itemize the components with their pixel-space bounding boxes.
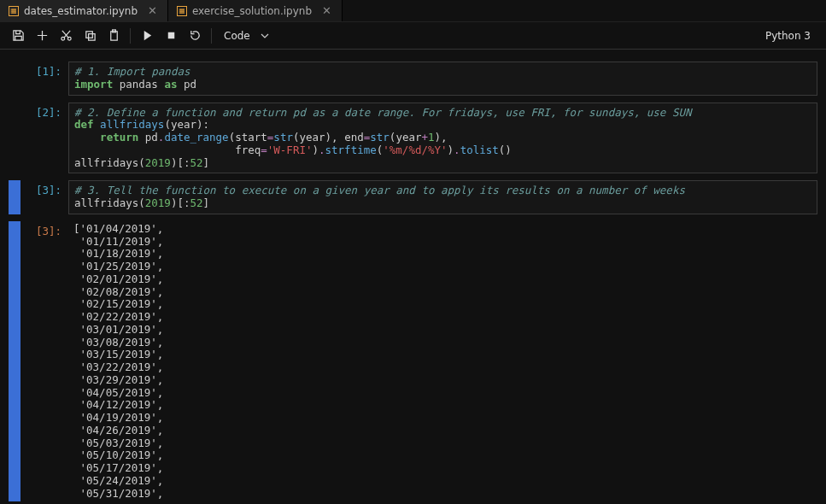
kernel-indicator[interactable]: Python 3 (765, 30, 819, 42)
code-cell[interactable]: [1]:# 1. Import pandas import pandas as … (9, 62, 817, 96)
cell-type-label: Code (224, 30, 250, 42)
run-button[interactable] (136, 25, 158, 47)
cut-button[interactable] (55, 25, 77, 47)
output-text: ['01/04/2019', '01/11/2019', '01/18/2019… (68, 221, 817, 502)
code-editor[interactable]: # 2. Define a function and return pd as … (68, 103, 817, 174)
output-cell: [3]:['01/04/2019', '01/11/2019', '01/18/… (9, 221, 817, 502)
paste-button[interactable] (103, 25, 125, 47)
tab-dates_estimator-ipynb[interactable]: ▦dates_estimator.ipynb✕ (0, 0, 168, 21)
toolbar-divider (130, 28, 131, 44)
copy-button[interactable] (79, 25, 101, 47)
notebook-area[interactable]: [1]:# 1. Import pandas import pandas as … (0, 50, 826, 504)
notebook-icon: ▦ (9, 6, 19, 16)
close-icon[interactable]: ✕ (320, 4, 333, 17)
chevron-down-icon (261, 32, 269, 40)
code-editor[interactable]: # 1. Import pandas import pandas as pd (68, 62, 817, 96)
add-cell-button[interactable] (31, 25, 53, 47)
cell-gutter (9, 180, 21, 214)
toolbar: Code Python 3 (0, 22, 826, 50)
svg-rect-2 (85, 32, 92, 38)
tab-label: dates_estimator.ipynb (24, 5, 138, 17)
toolbar-divider (211, 28, 212, 44)
output-prompt: [3]: (22, 221, 68, 237)
cell-gutter (9, 103, 21, 174)
cell-gutter (9, 221, 21, 502)
input-prompt: [2]: (22, 103, 68, 119)
save-button[interactable] (7, 25, 29, 47)
input-prompt: [3]: (22, 180, 68, 196)
code-cell[interactable]: [2]:# 2. Define a function and return pd… (9, 103, 817, 174)
input-prompt: [1]: (22, 62, 68, 78)
code-editor[interactable]: # 3. Tell the function to execute on a g… (68, 180, 817, 214)
tab-exercise_solution-ipynb[interactable]: ▦exercise_solution.ipynb✕ (168, 0, 343, 21)
tab-bar: ▦dates_estimator.ipynb✕▦exercise_solutio… (0, 0, 826, 22)
stop-button[interactable] (160, 25, 182, 47)
svg-rect-6 (167, 32, 174, 39)
notebook-icon: ▦ (177, 6, 187, 16)
cell-gutter (9, 62, 21, 96)
code-cell[interactable]: [3]:# 3. Tell the function to execute on… (9, 180, 817, 214)
restart-button[interactable] (184, 25, 206, 47)
tab-label: exercise_solution.ipynb (192, 5, 312, 17)
svg-rect-3 (88, 34, 95, 41)
close-icon[interactable]: ✕ (146, 4, 159, 17)
cell-type-select[interactable]: Code (217, 28, 276, 44)
